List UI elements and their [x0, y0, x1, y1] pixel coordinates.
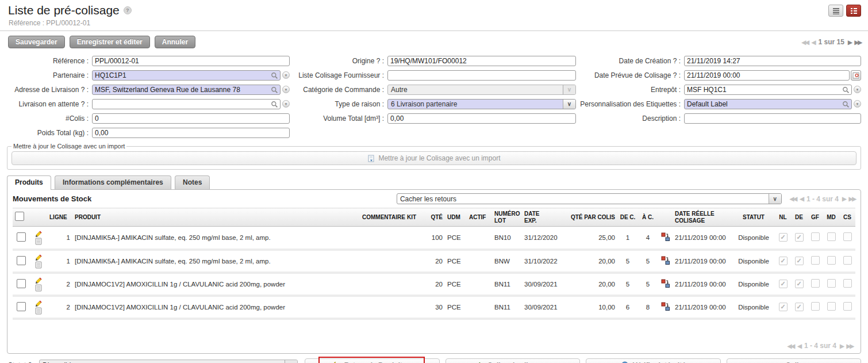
last-page-icon[interactable]: ▶▶ [847, 343, 853, 349]
liste-colisage-fournisseur-field[interactable] [387, 70, 576, 81]
edit-pencil-icon[interactable] [35, 300, 43, 307]
flag-de-checkbox[interactable]: ✓ [795, 233, 804, 242]
col-gf: GF [807, 208, 823, 227]
first-page-icon[interactable]: ◀◀ [801, 39, 808, 45]
reference-label: Référence : [7, 57, 92, 65]
verifier-integrite-button[interactable]: Vérifier Intégrité [586, 358, 721, 363]
personnalisation-etiquettes-field[interactable] [684, 99, 852, 109]
flag-md-checkbox[interactable] [827, 302, 836, 311]
row-select-checkbox[interactable] [17, 302, 26, 311]
col-de-c: DE C. [617, 208, 638, 227]
adresse-livraison-field[interactable] [92, 85, 281, 95]
dropdown-icon[interactable]: ▼ [854, 100, 861, 108]
flag-nl-checkbox[interactable]: ✓ [779, 233, 788, 242]
flag-de-checkbox[interactable]: ✓ [795, 257, 804, 265]
next-page-icon[interactable]: ▶ [840, 343, 843, 349]
dropdown-icon[interactable]: ▼ [282, 86, 290, 93]
cell-actif [467, 227, 492, 250]
coliser-lignes-button[interactable]: Coliser les lignes... [445, 358, 581, 363]
split-line-icon[interactable] [661, 302, 670, 311]
edit-pencil-icon[interactable] [35, 230, 43, 238]
colis-field[interactable] [92, 113, 290, 124]
last-page-icon[interactable]: ▶▶ [855, 39, 861, 45]
reference-field[interactable] [92, 56, 290, 66]
document-icon[interactable] [35, 284, 42, 292]
next-page-icon[interactable]: ▶ [842, 196, 846, 202]
cancel-button[interactable]: Annuler [155, 36, 195, 48]
flag-cs-checkbox[interactable] [843, 279, 852, 288]
list-view-button[interactable] [828, 5, 843, 17]
form-view-button[interactable] [846, 5, 861, 17]
verifier-integrite-label: Vérifier Intégrité [633, 361, 686, 363]
action-bar: Sauvegarder Enregistrer et éditer Annule… [0, 31, 868, 51]
date-prevue-field[interactable] [684, 70, 850, 81]
select-all-checkbox[interactable] [15, 212, 24, 221]
edit-pencil-icon[interactable] [35, 277, 43, 284]
first-page-icon[interactable]: ◀◀ [788, 343, 794, 349]
coliser-button[interactable]: Coliser... [727, 358, 862, 363]
tab-produits[interactable]: Produits [7, 175, 51, 190]
form-view-icon [850, 7, 858, 14]
row-select-checkbox[interactable] [17, 256, 26, 265]
flag-md-checkbox[interactable] [827, 232, 836, 241]
first-page-icon[interactable]: ◀◀ [790, 196, 796, 202]
flag-gf-checkbox[interactable] [811, 302, 820, 311]
split-line-icon[interactable] [661, 256, 670, 265]
chevron-down-icon[interactable]: ∨ [769, 194, 781, 204]
col-statut: STATUT [732, 208, 775, 227]
partenaire-field[interactable] [92, 70, 281, 81]
flag-de-checkbox[interactable]: ✓ [795, 303, 804, 311]
import-colisage-button[interactable]: Mettre à jour le Colisage avec un import [11, 151, 857, 165]
prev-page-icon[interactable]: ◀ [800, 196, 803, 202]
cell-date-reelle: 21/11/2019 00:00 [673, 296, 732, 319]
origine-field[interactable] [387, 56, 576, 66]
import-section-legend: Mettre à jour le Colisage avec un import [11, 143, 126, 150]
row-select-checkbox[interactable] [17, 232, 26, 242]
save-edit-button[interactable]: Enregistrer et éditer [70, 36, 150, 48]
prev-page-icon[interactable]: ◀ [812, 39, 815, 45]
retour-produits-button[interactable]: Retour de Produits... [305, 358, 440, 363]
type-raison-select[interactable]: 6 Livraison partenaire ∨ [387, 99, 576, 109]
cell-actif [467, 250, 492, 273]
next-page-icon[interactable]: ▶ [848, 39, 851, 45]
calendar-icon[interactable] [851, 70, 861, 81]
split-line-icon[interactable] [661, 279, 670, 288]
flag-gf-checkbox[interactable] [811, 232, 820, 241]
flag-nl-checkbox[interactable]: ✓ [779, 257, 788, 265]
entrepot-field[interactable] [684, 85, 852, 95]
flag-cs-checkbox[interactable] [843, 256, 852, 265]
date-creation-field[interactable] [684, 56, 861, 66]
dropdown-icon[interactable]: ▼ [282, 100, 290, 108]
last-page-icon[interactable]: ▶▶ [849, 196, 855, 202]
tab-notes[interactable]: Notes [175, 175, 210, 189]
flag-nl-checkbox[interactable]: ✓ [779, 280, 788, 288]
dropdown-icon[interactable]: ▼ [282, 71, 290, 79]
document-icon[interactable] [35, 307, 42, 315]
split-line-icon[interactable] [661, 232, 670, 241]
flag-gf-checkbox[interactable] [811, 279, 820, 288]
flag-cs-checkbox[interactable] [843, 302, 852, 311]
flag-cs-checkbox[interactable] [843, 232, 852, 241]
save-button[interactable]: Sauvegarder [8, 36, 65, 48]
edit-pencil-icon[interactable] [35, 254, 43, 261]
coliser-lignes-label: Coliser les lignes... [487, 361, 550, 363]
date-creation-label: Date de Création ? : [576, 57, 684, 65]
dropdown-icon[interactable]: ▼ [854, 86, 861, 93]
flag-gf-checkbox[interactable] [811, 256, 820, 265]
flag-de-checkbox[interactable]: ✓ [795, 280, 804, 288]
volume-total-field[interactable] [387, 113, 576, 124]
description-field[interactable] [684, 113, 861, 124]
tab-informations-complementaires[interactable]: Informations complémentaires [55, 175, 171, 189]
flag-md-checkbox[interactable] [827, 279, 836, 288]
chevron-down-icon[interactable]: ∨ [563, 100, 575, 109]
row-select-checkbox[interactable] [17, 279, 26, 288]
document-icon[interactable] [35, 238, 42, 245]
livraison-attente-field[interactable] [92, 99, 281, 109]
poids-total-field[interactable] [92, 128, 290, 138]
flag-nl-checkbox[interactable]: ✓ [779, 303, 788, 311]
document-icon[interactable] [35, 261, 42, 269]
flag-md-checkbox[interactable] [827, 256, 836, 265]
returns-filter-select[interactable]: Cacher les retours ∨ [397, 193, 782, 204]
prev-page-icon[interactable]: ◀ [797, 343, 801, 349]
col-nl: NL [775, 208, 791, 227]
